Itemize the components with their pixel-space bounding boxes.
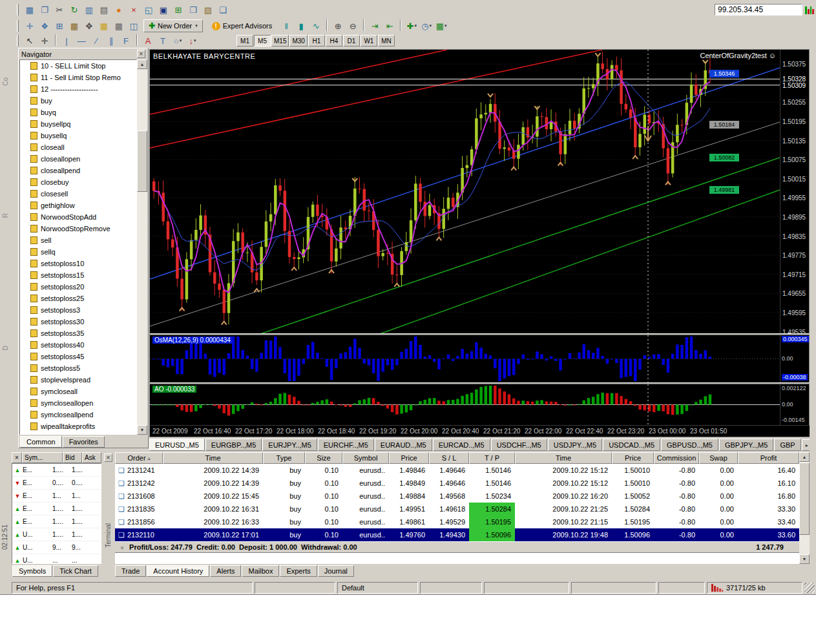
terminal-tab-experts[interactable]: Experts <box>280 565 317 577</box>
market-watch-row[interactable]: ▼E...0....0.... <box>12 477 101 490</box>
navigator-tab-favorites[interactable]: Favorites <box>63 436 105 448</box>
mw-column-sym[interactable]: Sym... <box>22 452 63 463</box>
periods-icon[interactable]: ◷▾ <box>419 19 434 32</box>
navigator-item[interactable]: closeallopen <box>20 153 136 165</box>
server-status-icon[interactable] <box>804 4 815 16</box>
market-watch-row[interactable]: ▲E...1....1.... <box>12 515 101 528</box>
navigator-item[interactable]: gethighlow <box>20 200 136 211</box>
navigator-item[interactable]: setstoploss10 <box>20 258 136 269</box>
mw-column-bid[interactable]: Bid <box>63 452 82 463</box>
fullscreen-icon[interactable]: ◱ <box>141 3 156 16</box>
status-profile[interactable]: Default <box>337 582 418 594</box>
channel-icon[interactable]: ∥ <box>104 34 118 47</box>
chart-tab-gbpusd-m5[interactable]: GBPUSD..,M5 <box>661 439 718 451</box>
scroll-up-icon[interactable]: ▲ <box>137 59 147 69</box>
crosshair-icon[interactable]: ✛ <box>37 34 52 47</box>
timeframe-d1[interactable]: D1 <box>343 35 360 47</box>
zoom-out-icon[interactable]: ⊖ <box>346 19 360 32</box>
new-order-button[interactable]: ✚ New Order ▾ <box>143 19 203 32</box>
navigator-item[interactable]: setstoploss3 <box>20 304 136 316</box>
new-chart-icon[interactable]: ▦ <box>23 3 37 16</box>
navigator-item[interactable]: buyq <box>20 107 136 118</box>
close-icon[interactable]: × <box>12 452 22 463</box>
column-header-size[interactable]: Size <box>305 452 342 464</box>
scroll-down-icon[interactable]: ▼ <box>137 425 147 435</box>
terminal-scrollbar[interactable]: ▲ ▼ <box>799 452 810 564</box>
terminal-tab-trade[interactable]: Trade <box>115 565 146 577</box>
chart-tab-usdchf-m5[interactable]: USDCHF..,M5 <box>491 439 547 451</box>
vertical-line-icon[interactable]: | <box>59 34 74 47</box>
navigator-item[interactable]: symcloseall <box>20 386 136 397</box>
snapshot-icon[interactable]: ▧ <box>201 3 215 16</box>
palette-icon[interactable]: ▦ <box>97 19 111 32</box>
history-row[interactable]: ❏21321102009.10.22 17:01buy0.10eurusd..1… <box>115 528 799 541</box>
time-axis[interactable]: 22 Oct 200922 Oct 16:4022 Oct 17:2022 Oc… <box>150 425 810 437</box>
timeframe-h4[interactable]: H4 <box>326 35 342 47</box>
history-row[interactable]: ❏21318352009.10.22 16:31buy0.10eurusd..1… <box>115 503 799 515</box>
chart-tab-gbpjpy-m5[interactable]: GBPJPY..,M5 <box>719 439 773 451</box>
monitor-icon[interactable]: ▣ <box>156 3 171 16</box>
navigator-item[interactable]: 11 - Sell Limit Stop Remo <box>20 72 136 83</box>
main-chart[interactable]: BELKHAYATE BARYCENTRE CenterOfGravity2te… <box>150 50 780 333</box>
navigator-item[interactable]: setstoploss25 <box>20 293 136 304</box>
window-icon[interactable]: ❏ <box>216 3 230 16</box>
expert-advisors-button[interactable]: ! Expert Advisors <box>207 19 277 32</box>
chart-tab-eurcad-m5[interactable]: EURCAD..,M5 <box>433 439 490 451</box>
navigator-item[interactable]: closesell <box>20 188 136 200</box>
resize-grip[interactable] <box>804 583 815 593</box>
market-watch-tab-tick-chart[interactable]: Tick Chart <box>53 565 98 577</box>
shapes-icon[interactable]: ○▾ <box>171 34 185 47</box>
navigator-tab-common[interactable]: Common <box>20 436 62 448</box>
timeframe-m5[interactable]: M5 <box>254 35 271 47</box>
chart-shift-icon[interactable]: ⇤ <box>382 19 397 32</box>
text-icon[interactable]: A <box>141 34 155 47</box>
trendline-icon[interactable]: ∕ <box>89 34 103 47</box>
market-watch-row[interactable]: ▼E...1...1... <box>12 490 101 503</box>
history-row[interactable]: ❏21318562009.10.22 16:33buy0.10eurusd..1… <box>115 515 799 528</box>
column-header-price[interactable]: Price <box>389 452 429 464</box>
navigator-item[interactable]: sellq <box>20 246 136 258</box>
navigator-item[interactable]: symcloseallopen <box>20 397 136 409</box>
navigator-item[interactable]: setstoploss30 <box>20 316 136 327</box>
navigator-item[interactable]: setstoploss15 <box>20 269 136 281</box>
terminal-tab-journal[interactable]: Journal <box>318 565 354 577</box>
profiles-icon[interactable]: ❐ <box>37 3 52 16</box>
cascade-windows-icon[interactable]: ❒ <box>186 3 200 16</box>
cursor-add-icon[interactable]: ✛ <box>23 19 37 32</box>
column-header-price[interactable]: Price <box>612 452 654 464</box>
terminal-tab-account-history[interactable]: Account History <box>147 565 209 577</box>
chart-tab-usdjpy-m5[interactable]: USDJPY..,M5 <box>548 439 602 451</box>
navigator-item[interactable]: buysellq <box>20 130 136 141</box>
column-header-profit[interactable]: Profit <box>738 452 799 464</box>
close-icon[interactable]: × <box>137 50 145 58</box>
navigator-item[interactable]: symcloseallpend <box>20 409 136 421</box>
column-header-swap[interactable]: Swap <box>699 452 738 464</box>
timeframe-m30[interactable]: M30 <box>289 35 307 47</box>
toolbar-grip[interactable] <box>17 4 19 16</box>
cut-icon[interactable]: ✂ <box>52 3 67 16</box>
server-address-input[interactable] <box>715 4 802 16</box>
indicators-icon[interactable]: ✚▾ <box>404 19 419 32</box>
navigator-item[interactable]: buy <box>20 95 136 107</box>
horizontal-line-icon[interactable]: — <box>74 34 89 47</box>
navigator-item[interactable]: setstoploss40 <box>20 339 136 351</box>
close-icon[interactable]: × <box>104 453 112 462</box>
scroll-down-icon[interactable]: ▼ <box>799 554 810 564</box>
chart-tab-eurgbp-m5[interactable]: EURGBP..,M5 <box>205 439 262 451</box>
alert-icon[interactable]: ● <box>112 3 126 16</box>
scrollbar-thumb[interactable] <box>137 130 147 192</box>
zoom-in-icon[interactable]: ⊕ <box>331 19 345 32</box>
timeframe-w1[interactable]: W1 <box>361 35 377 47</box>
navigator-item[interactable]: 10 - SELL Limit Stop <box>20 60 136 72</box>
tab-scroll-right-icon[interactable]: ▸ <box>802 439 810 451</box>
column-header-time[interactable]: Time <box>163 452 263 464</box>
grid-icon[interactable]: ▦ <box>112 19 126 32</box>
navigator-item[interactable]: closeallpend <box>20 165 136 176</box>
windows-list-icon[interactable]: ❖ <box>37 19 52 32</box>
column-header-type[interactable]: Type <box>263 452 305 464</box>
navigator-item[interactable]: setstoploss35 <box>20 327 136 339</box>
market-watch-row[interactable]: ▲U...9...9... <box>12 541 101 554</box>
bar-chart-icon[interactable]: ‖ <box>279 19 293 32</box>
market-watch-row[interactable]: ▲E...1....1.... <box>12 464 101 477</box>
column-header-t-p[interactable]: T / P <box>469 452 515 464</box>
